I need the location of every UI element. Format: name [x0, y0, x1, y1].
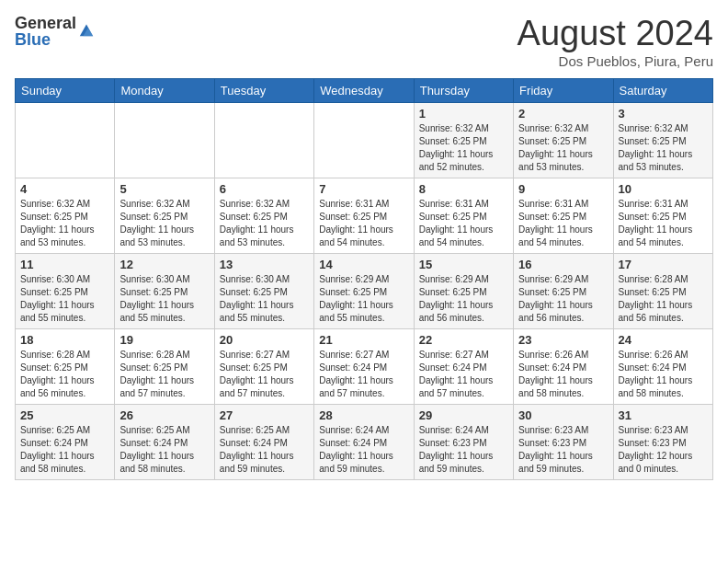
day-info: Sunrise: 6:26 AM Sunset: 6:24 PM Dayligh…: [518, 349, 608, 400]
logo-general: General: [15, 15, 76, 31]
day-info: Sunrise: 6:23 AM Sunset: 6:23 PM Dayligh…: [518, 424, 608, 476]
calendar-day-31: 31Sunrise: 6:23 AM Sunset: 6:23 PM Dayli…: [613, 404, 712, 479]
calendar-day-15: 15Sunrise: 6:29 AM Sunset: 6:25 PM Dayli…: [414, 253, 513, 328]
calendar-day-19: 19Sunrise: 6:28 AM Sunset: 6:25 PM Dayli…: [115, 328, 214, 404]
day-info: Sunrise: 6:24 AM Sunset: 6:24 PM Dayligh…: [319, 424, 408, 476]
day-number: 13: [220, 258, 309, 271]
day-number: 8: [419, 182, 508, 196]
column-header-monday: Monday: [115, 78, 214, 102]
day-number: 28: [319, 408, 408, 422]
day-number: 31: [619, 408, 708, 422]
day-info: Sunrise: 6:28 AM Sunset: 6:25 PM Dayligh…: [20, 349, 109, 400]
calendar-day-20: 20Sunrise: 6:27 AM Sunset: 6:25 PM Dayli…: [214, 328, 313, 404]
day-info: Sunrise: 6:32 AM Sunset: 6:25 PM Dayligh…: [518, 122, 608, 174]
calendar-day-27: 27Sunrise: 6:25 AM Sunset: 6:24 PM Dayli…: [214, 404, 313, 479]
calendar-week-4: 18Sunrise: 6:28 AM Sunset: 6:25 PM Dayli…: [16, 328, 713, 404]
day-number: 2: [518, 107, 608, 121]
calendar-day-10: 10Sunrise: 6:31 AM Sunset: 6:25 PM Dayli…: [613, 178, 712, 253]
day-info: Sunrise: 6:29 AM Sunset: 6:25 PM Dayligh…: [518, 273, 608, 325]
calendar-day-2: 2Sunrise: 6:32 AM Sunset: 6:25 PM Daylig…: [514, 102, 613, 178]
calendar-day-23: 23Sunrise: 6:26 AM Sunset: 6:24 PM Dayli…: [514, 328, 613, 404]
day-info: Sunrise: 6:32 AM Sunset: 6:25 PM Dayligh…: [119, 198, 209, 249]
column-header-sunday: Sunday: [16, 78, 115, 102]
day-info: Sunrise: 6:31 AM Sunset: 6:25 PM Dayligh…: [419, 198, 508, 249]
day-number: 22: [419, 333, 508, 347]
day-number: 1: [419, 107, 508, 121]
calendar-day-8: 8Sunrise: 6:31 AM Sunset: 6:25 PM Daylig…: [414, 178, 513, 253]
month-year: August 2024: [518, 15, 713, 53]
day-info: Sunrise: 6:32 AM Sunset: 6:25 PM Dayligh…: [20, 198, 109, 249]
calendar-header-row: SundayMondayTuesdayWednesdayThursdayFrid…: [16, 78, 713, 102]
day-info: Sunrise: 6:27 AM Sunset: 6:24 PM Dayligh…: [419, 349, 508, 400]
day-number: 12: [119, 258, 209, 271]
day-info: Sunrise: 6:30 AM Sunset: 6:25 PM Dayligh…: [20, 273, 109, 325]
day-info: Sunrise: 6:25 AM Sunset: 6:24 PM Dayligh…: [220, 424, 309, 476]
calendar-day-9: 9Sunrise: 6:31 AM Sunset: 6:25 PM Daylig…: [514, 178, 613, 253]
day-number: 23: [518, 333, 608, 347]
day-info: Sunrise: 6:29 AM Sunset: 6:25 PM Dayligh…: [319, 273, 408, 325]
day-info: Sunrise: 6:25 AM Sunset: 6:24 PM Dayligh…: [20, 424, 109, 476]
calendar-day-4: 4Sunrise: 6:32 AM Sunset: 6:25 PM Daylig…: [16, 178, 115, 253]
day-info: Sunrise: 6:25 AM Sunset: 6:24 PM Dayligh…: [119, 424, 209, 476]
logo: General Blue: [15, 15, 95, 48]
day-info: Sunrise: 6:27 AM Sunset: 6:24 PM Dayligh…: [319, 349, 408, 400]
calendar-day-18: 18Sunrise: 6:28 AM Sunset: 6:25 PM Dayli…: [16, 328, 115, 404]
calendar-day-21: 21Sunrise: 6:27 AM Sunset: 6:24 PM Dayli…: [314, 328, 414, 404]
calendar-week-3: 11Sunrise: 6:30 AM Sunset: 6:25 PM Dayli…: [16, 253, 713, 328]
day-info: Sunrise: 6:31 AM Sunset: 6:25 PM Dayligh…: [619, 198, 708, 249]
day-info: Sunrise: 6:29 AM Sunset: 6:25 PM Dayligh…: [419, 273, 508, 325]
calendar-day-13: 13Sunrise: 6:30 AM Sunset: 6:25 PM Dayli…: [214, 253, 313, 328]
day-number: 3: [619, 107, 708, 121]
day-number: 27: [220, 408, 309, 422]
day-number: 17: [619, 258, 708, 271]
day-number: 14: [319, 258, 408, 271]
calendar-day-17: 17Sunrise: 6:28 AM Sunset: 6:25 PM Dayli…: [613, 253, 712, 328]
logo-icon: [78, 21, 95, 38]
calendar-day-14: 14Sunrise: 6:29 AM Sunset: 6:25 PM Dayli…: [314, 253, 414, 328]
day-number: 5: [119, 182, 209, 196]
column-header-saturday: Saturday: [613, 78, 712, 102]
day-info: Sunrise: 6:30 AM Sunset: 6:25 PM Dayligh…: [220, 273, 309, 325]
day-number: 16: [518, 258, 608, 271]
calendar-day-1: 1Sunrise: 6:32 AM Sunset: 6:25 PM Daylig…: [414, 102, 513, 178]
calendar-week-5: 25Sunrise: 6:25 AM Sunset: 6:24 PM Dayli…: [16, 404, 713, 479]
calendar-day-22: 22Sunrise: 6:27 AM Sunset: 6:24 PM Dayli…: [414, 328, 513, 404]
logo-blue: Blue: [15, 31, 76, 48]
calendar-day-3: 3Sunrise: 6:32 AM Sunset: 6:25 PM Daylig…: [613, 102, 712, 178]
day-info: Sunrise: 6:31 AM Sunset: 6:25 PM Dayligh…: [518, 198, 608, 249]
calendar-day-30: 30Sunrise: 6:23 AM Sunset: 6:23 PM Dayli…: [514, 404, 613, 479]
day-info: Sunrise: 6:30 AM Sunset: 6:25 PM Dayligh…: [119, 273, 209, 325]
calendar-table: SundayMondayTuesdayWednesdayThursdayFrid…: [15, 78, 713, 480]
calendar-day-16: 16Sunrise: 6:29 AM Sunset: 6:25 PM Dayli…: [514, 253, 613, 328]
day-info: Sunrise: 6:28 AM Sunset: 6:25 PM Dayligh…: [119, 349, 209, 400]
calendar-empty: [314, 102, 414, 178]
location-subtitle: Dos Pueblos, Piura, Peru: [518, 53, 713, 69]
day-number: 29: [419, 408, 508, 422]
calendar-day-12: 12Sunrise: 6:30 AM Sunset: 6:25 PM Dayli…: [115, 253, 214, 328]
calendar-day-6: 6Sunrise: 6:32 AM Sunset: 6:25 PM Daylig…: [214, 178, 313, 253]
day-number: 21: [319, 333, 408, 347]
day-number: 19: [119, 333, 209, 347]
calendar-week-2: 4Sunrise: 6:32 AM Sunset: 6:25 PM Daylig…: [16, 178, 713, 253]
title-block: August 2024 Dos Pueblos, Piura, Peru: [518, 15, 713, 69]
day-info: Sunrise: 6:23 AM Sunset: 6:23 PM Dayligh…: [619, 424, 708, 476]
calendar-day-29: 29Sunrise: 6:24 AM Sunset: 6:23 PM Dayli…: [414, 404, 513, 479]
day-info: Sunrise: 6:32 AM Sunset: 6:25 PM Dayligh…: [220, 198, 309, 249]
day-number: 7: [319, 182, 408, 196]
calendar-empty: [16, 102, 115, 178]
calendar-empty: [214, 102, 313, 178]
day-number: 4: [20, 182, 109, 196]
column-header-tuesday: Tuesday: [214, 78, 313, 102]
day-number: 25: [20, 408, 109, 422]
calendar-day-24: 24Sunrise: 6:26 AM Sunset: 6:24 PM Dayli…: [613, 328, 712, 404]
column-header-wednesday: Wednesday: [314, 78, 414, 102]
day-number: 30: [518, 408, 608, 422]
calendar-day-7: 7Sunrise: 6:31 AM Sunset: 6:25 PM Daylig…: [314, 178, 414, 253]
day-number: 24: [619, 333, 708, 347]
day-info: Sunrise: 6:28 AM Sunset: 6:25 PM Dayligh…: [619, 273, 708, 325]
day-info: Sunrise: 6:31 AM Sunset: 6:25 PM Dayligh…: [319, 198, 408, 249]
day-number: 9: [518, 182, 608, 196]
page-header: General Blue August 2024 Dos Pueblos, Pi…: [15, 15, 713, 69]
day-number: 10: [619, 182, 708, 196]
column-header-thursday: Thursday: [414, 78, 513, 102]
